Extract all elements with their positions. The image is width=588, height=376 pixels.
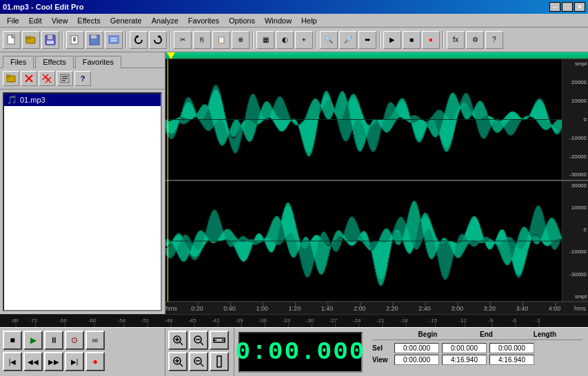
sel-begin[interactable]: 0:00.000 xyxy=(394,343,439,353)
begin-header: Begin xyxy=(405,331,450,338)
rec-btn2[interactable]: ● xyxy=(422,31,440,49)
trim-btn[interactable]: ◐ xyxy=(276,31,294,49)
zoom-in-btn[interactable]: 🔍 xyxy=(320,31,338,49)
rewind-button[interactable]: ◀◀ xyxy=(23,352,43,371)
tab-files[interactable]: Files xyxy=(3,56,34,68)
sel-length[interactable]: 0:00.000 xyxy=(489,343,534,353)
svg-rect-5 xyxy=(48,35,52,39)
menu-effects[interactable]: Effects xyxy=(73,15,104,26)
progress-bar[interactable] xyxy=(165,52,588,59)
zoom-full-v-button[interactable] xyxy=(210,352,229,371)
channel-2-scale: 30000 10000 0 -10000 -30000 smpl xyxy=(562,181,588,302)
svg-line-31 xyxy=(180,342,183,345)
tab-favorites[interactable]: Favorites xyxy=(75,56,121,68)
zoom-out-h-button[interactable] xyxy=(189,331,208,350)
toolbar-sep4 xyxy=(252,31,254,49)
close-btn[interactable] xyxy=(66,31,84,49)
batch-btn[interactable] xyxy=(105,31,123,49)
zoom-in-v-button[interactable] xyxy=(168,352,187,371)
record-button[interactable]: ● xyxy=(85,352,105,371)
open-button[interactable] xyxy=(22,31,40,49)
fast-forward-button[interactable]: ▶▶ xyxy=(44,352,63,371)
zoom-full-btn[interactable]: ⬌ xyxy=(358,31,376,49)
menu-window[interactable]: Window xyxy=(261,15,296,26)
open-file-btn[interactable] xyxy=(3,71,19,86)
end-header: End xyxy=(464,331,509,338)
menu-options[interactable]: Options xyxy=(225,15,259,26)
scale-m10000-2: -10000 xyxy=(564,249,587,255)
properties-btn[interactable] xyxy=(57,71,73,86)
help-btn[interactable]: ? xyxy=(485,31,503,49)
zoom-out-v-button[interactable] xyxy=(189,352,208,371)
zoom-full-h-button[interactable] xyxy=(210,331,229,350)
skip-end-button[interactable]: ▶| xyxy=(65,352,84,371)
transport-row-2: |◀ ◀◀ ▶▶ ▶| ● xyxy=(3,352,162,371)
left-panel: Files Effects Favorites ? xyxy=(0,52,165,314)
redo-btn[interactable] xyxy=(149,31,167,49)
close-button[interactable]: ✕ xyxy=(574,2,585,12)
waveform-area[interactable]: smpl 20000 10000 0 -10000 -20000 -30000 … xyxy=(165,52,588,314)
view-length[interactable]: 4:16.940 xyxy=(489,355,534,365)
menu-help[interactable]: Help xyxy=(297,15,321,26)
mix-paste-btn[interactable]: ⊕ xyxy=(232,31,250,49)
length-header: Length xyxy=(523,331,567,338)
new-button[interactable] xyxy=(3,31,21,49)
record-play-button[interactable]: ⊙ xyxy=(65,331,84,350)
svg-rect-12 xyxy=(91,35,97,39)
zoom-controls xyxy=(165,328,234,376)
zoom-row-2 xyxy=(168,352,231,371)
menu-file[interactable]: File xyxy=(3,15,23,26)
vu-meter-area xyxy=(0,314,588,326)
close-file-btn[interactable] xyxy=(21,71,37,86)
menu-edit[interactable]: Edit xyxy=(25,15,46,26)
channel-2[interactable]: 30000 10000 0 -10000 -30000 smpl xyxy=(165,181,588,302)
menu-favorites[interactable]: Favorites xyxy=(184,15,223,26)
select-all-btn[interactable]: ▦ xyxy=(256,31,274,49)
channel-1[interactable]: smpl 20000 10000 0 -10000 -20000 -30000 xyxy=(165,59,588,181)
main-area: Files Effects Favorites ? xyxy=(0,52,588,314)
zoom-row-1 xyxy=(168,331,231,350)
close-all-btn[interactable] xyxy=(39,71,55,86)
view-end[interactable]: 4:16.940 xyxy=(442,355,487,365)
file-name: 01.mp3 xyxy=(20,96,45,104)
tab-bar: Files Effects Favorites xyxy=(0,52,165,68)
view-row: View 0:00.000 4:16.940 4:16.940 xyxy=(372,355,582,365)
cut-btn[interactable]: ✂ xyxy=(174,31,192,49)
sel-end[interactable]: 0:00.000 xyxy=(442,343,487,353)
settings-btn[interactable]: ⚙ xyxy=(466,31,484,49)
zoom-out-btn[interactable]: 🔎 xyxy=(339,31,357,49)
tab-effects[interactable]: Effects xyxy=(35,56,73,68)
save-all-btn[interactable] xyxy=(85,31,103,49)
scale-m20000: -20000 xyxy=(564,154,587,160)
minimize-button[interactable]: ─ xyxy=(549,2,560,12)
pause-button[interactable]: ⏸ xyxy=(44,331,63,350)
playhead-line xyxy=(168,59,168,302)
loop-button[interactable]: ∞ xyxy=(85,331,105,350)
help-file-btn[interactable]: ? xyxy=(74,71,91,86)
stop-btn2[interactable]: ■ xyxy=(403,31,420,49)
view-begin[interactable]: 0:00.000 xyxy=(394,355,439,365)
menu-analyze[interactable]: Analyze xyxy=(148,15,183,26)
stop-button[interactable]: ■ xyxy=(3,331,22,350)
undo-btn[interactable] xyxy=(130,31,148,49)
toolbar-sep5 xyxy=(316,31,317,49)
crop-btn[interactable]: ⌖ xyxy=(295,31,313,49)
sel-label: Sel xyxy=(372,344,392,352)
save-button[interactable] xyxy=(41,31,59,49)
play-button[interactable]: ▶ xyxy=(23,331,43,350)
file-item[interactable]: 🎵 01.mp3 xyxy=(4,94,161,106)
copy-btn[interactable]: ⎘ xyxy=(193,31,211,49)
svg-rect-19 xyxy=(6,75,10,77)
effects-btn[interactable]: fx xyxy=(447,31,465,49)
scale-0-2: 0 xyxy=(564,227,587,233)
play-btn2[interactable]: ▶ xyxy=(383,31,401,49)
menu-view[interactable]: View xyxy=(48,15,72,26)
skip-start-button[interactable]: |◀ xyxy=(3,352,22,371)
file-list[interactable]: 🎵 01.mp3 xyxy=(3,92,162,311)
zoom-in-h-button[interactable] xyxy=(168,331,187,350)
svg-rect-6 xyxy=(47,41,54,44)
menu-generate[interactable]: Generate xyxy=(106,15,146,26)
title-bar-controls: ─ □ ✕ xyxy=(549,2,585,12)
paste-btn[interactable]: 📋 xyxy=(212,31,230,49)
maximize-button[interactable]: □ xyxy=(562,2,573,12)
